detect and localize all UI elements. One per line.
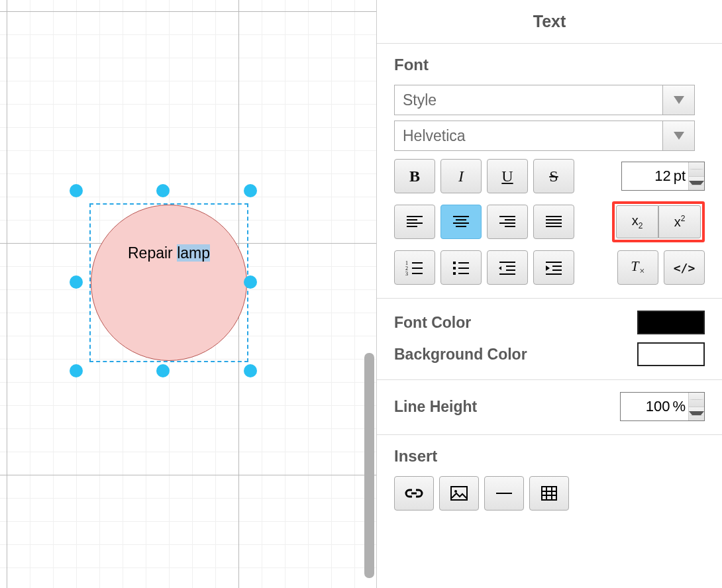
svg-marker-32 [499,266,501,270]
resize-handle-e[interactable] [244,275,257,289]
numbered-list-button[interactable]: 123 [394,250,435,285]
font-style-select[interactable]: Style [394,85,695,115]
canvas-scrollbar-thumb[interactable] [364,353,374,578]
subscript-button[interactable]: x2 [616,205,658,238]
ellipse-shape[interactable] [91,205,247,361]
bg-color-swatch[interactable] [637,342,705,366]
chevron-down-icon [662,85,694,115]
font-color-swatch[interactable] [637,311,705,334]
bold-button[interactable]: B [394,159,435,193]
panel-title: Text [377,0,722,44]
align-justify-button[interactable] [533,205,574,239]
resize-handle-w[interactable] [70,275,83,289]
align-center-button[interactable] [440,205,482,239]
underline-button[interactable]: U [487,159,528,193]
svg-rect-38 [451,487,467,500]
font-size-input[interactable]: pt [621,162,705,191]
font-family-select[interactable]: Helvetica [394,121,695,151]
svg-point-39 [454,490,457,493]
diagram-canvas[interactable]: Repair lamp [0,0,376,588]
font-heading: Font [394,56,705,74]
svg-marker-37 [546,266,550,271]
svg-rect-23 [453,267,456,270]
font-size-up[interactable] [689,162,704,177]
insert-table-button[interactable] [529,476,569,511]
chevron-down-icon [662,121,694,150]
decrease-indent-button[interactable] [487,250,528,285]
svg-text:3: 3 [405,271,408,275]
font-color-label: Font Color [394,314,471,332]
sub-sup-highlight: x2 x2 [612,201,705,242]
resize-handle-s[interactable] [156,364,170,377]
hr-icon [495,491,513,496]
bg-color-label: Background Color [394,346,527,364]
image-icon [450,486,468,501]
bullet-list-button[interactable] [440,250,482,285]
link-icon [404,488,424,499]
font-family-label: Helvetica [395,127,662,145]
line-height-unit: % [672,398,688,415]
align-justify-icon [544,215,563,229]
bullet-list-icon [452,260,470,275]
font-section: Font Style Helvetica B I U S pt [377,44,722,299]
align-right-icon [498,215,517,229]
insert-section: Insert [377,435,722,524]
align-left-button[interactable] [394,205,435,239]
line-height-down[interactable] [689,407,704,421]
line-height-input[interactable]: % [620,392,705,421]
font-size-value[interactable] [622,162,674,190]
properties-panel: Text Font Style Helvetica B I U S pt [376,0,722,588]
insert-heading: Insert [394,447,705,466]
align-left-icon [405,215,424,229]
resize-handle-se[interactable] [244,364,257,377]
font-style-placeholder: Style [395,91,662,109]
svg-rect-22 [453,262,456,264]
outdent-icon [498,260,517,275]
resize-handle-sw[interactable] [70,364,83,377]
line-height-value[interactable] [621,393,672,420]
line-height-section: Line Height % [377,380,722,435]
italic-button[interactable]: I [440,159,482,193]
insert-image-button[interactable] [439,476,479,511]
resize-handle-n[interactable] [156,184,170,197]
font-size-down[interactable] [689,177,704,191]
svg-rect-24 [453,272,456,275]
font-size-unit: pt [674,168,688,185]
svg-rect-41 [542,487,556,500]
resize-handle-ne[interactable] [244,184,257,197]
color-section: Font Color Background Color [377,299,722,380]
indent-icon [544,260,563,275]
table-icon [541,486,557,501]
clear-format-button[interactable]: T× [617,250,658,285]
insert-hr-button[interactable] [484,476,524,511]
superscript-button[interactable]: x2 [658,205,701,238]
resize-handle-nw[interactable] [70,184,83,197]
strikethrough-button[interactable]: S [533,159,574,193]
align-right-button[interactable] [487,205,528,239]
align-center-icon [452,215,470,229]
line-height-up[interactable] [689,393,704,407]
line-height-label: Line Height [394,398,477,416]
insert-link-button[interactable] [394,476,434,511]
numbered-list-icon: 123 [405,260,424,275]
increase-indent-button[interactable] [533,250,574,285]
html-button[interactable]: </> [664,250,705,285]
